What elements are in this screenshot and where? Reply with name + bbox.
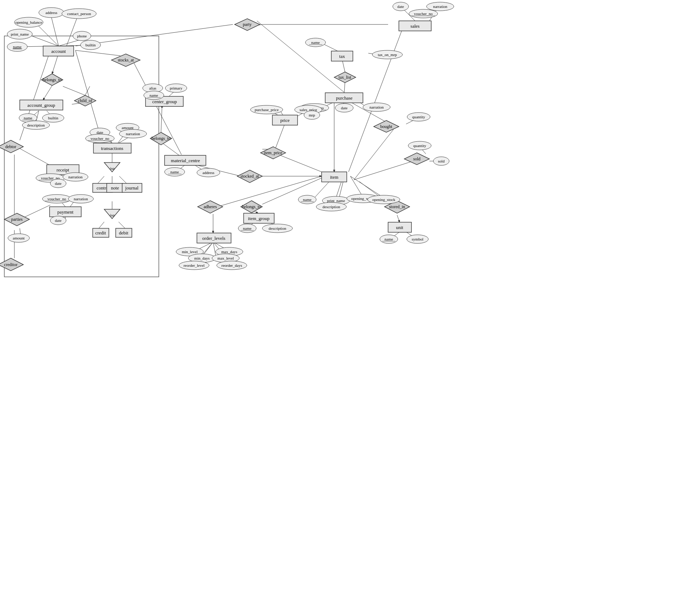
entity-center-group-label: center_group <box>152 99 177 104</box>
attr-print-name-label: print_name <box>11 32 29 36</box>
rel-stocks-at-label: stocks_at <box>118 58 134 63</box>
attr-opening-stock-label: opening_stock <box>372 197 396 202</box>
attr-narration-pur-label: narration <box>369 105 384 109</box>
entity-item-group-label: item_group <box>248 216 270 221</box>
rel-adheres-label: adheres <box>204 204 217 209</box>
entity-note-label: note <box>111 185 119 191</box>
attr-symbol-unit-label: symbol <box>412 237 423 241</box>
attr-sold-label-text: sold <box>438 159 445 163</box>
attr-voucher-sales-label: voucher_no <box>414 12 433 16</box>
attr-mrp-label: mrp <box>309 113 315 117</box>
rel-belongs-to-2-label: belongs_to <box>152 136 171 141</box>
rel-item-price-label: item_price <box>264 150 282 155</box>
entity-payment-label: payment <box>57 209 74 215</box>
entity-transactions-label: transactions <box>101 146 123 151</box>
svg-line-64 <box>278 155 322 172</box>
attr-narration-sales-label: narration <box>433 4 447 9</box>
attr-name-tax-label: name <box>311 40 320 45</box>
attr-description-ig-label: description <box>269 226 286 230</box>
rel-parties-label: parties <box>11 217 23 222</box>
rel-sold-label: sold <box>413 156 420 161</box>
rel-stocked-at-label: stocked_at <box>240 174 259 179</box>
attr-reorder-level-label: reorder_level <box>184 263 205 268</box>
rel-party-label: party <box>243 22 252 27</box>
entity-order-levels-label: order_levels <box>202 236 225 241</box>
entity-sales-label: sales <box>410 23 419 29</box>
attr-builtin-acg-label: builtin <box>48 116 59 120</box>
entity-unit-label: unit <box>396 225 404 230</box>
entity-purchase-label: purchase <box>336 95 353 101</box>
attr-narration-rec-label: narration <box>68 175 83 179</box>
attr-date-sales-label: date <box>397 4 404 9</box>
attr-address-label: address <box>46 10 57 15</box>
attr-voucher-pay-label: voucher_no <box>47 197 66 201</box>
attr-date-pay-label: date <box>55 218 61 223</box>
attr-name-account-label: name <box>13 45 22 49</box>
rel-belongs-to-1-label: belongs_to <box>43 77 62 82</box>
attr-description-item-label: description <box>323 205 340 209</box>
svg-line-86 <box>397 215 400 222</box>
entity-tax-label: tax <box>339 54 345 59</box>
svg-line-13 <box>63 86 85 95</box>
attr-narration-pay-label: narration <box>74 197 88 201</box>
svg-line-1 <box>66 17 77 46</box>
rel-bought-label: bought <box>380 124 392 129</box>
attr-contact-person-label: contact_person <box>67 12 91 16</box>
attr-voucher-tr-label: voucher_no <box>91 136 109 141</box>
attr-quantity-sold-label: quantity <box>413 143 427 148</box>
attr-max-days-label: max_days <box>221 250 238 254</box>
rel-stored-in-label: stored_in <box>389 204 405 209</box>
entity-material-centre-label: material_centre <box>171 158 200 163</box>
svg-line-38 <box>99 222 104 228</box>
attr-address-mc-label: address <box>203 170 215 175</box>
attr-description-acg-label: description <box>27 123 45 127</box>
attr-date-rec-label: date <box>55 181 61 186</box>
isa-label-1: isa <box>110 166 115 170</box>
svg-line-50 <box>344 82 345 92</box>
attr-purchase-price-label: purchase_price <box>255 108 279 112</box>
svg-line-5 <box>59 40 81 46</box>
attr-reorder-days-label: reorder_days <box>221 263 242 268</box>
rel-child-of-label: child_of <box>78 98 92 103</box>
attr-narration-tr-label: narration <box>126 132 140 136</box>
svg-line-70 <box>350 176 363 197</box>
attr-min-level-label: min_level <box>182 250 198 254</box>
attr-name-mc-label: name <box>170 170 179 174</box>
svg-line-81 <box>213 242 216 255</box>
attr-name-ig-label: name <box>243 226 252 230</box>
rel-debtor-label: debtor <box>5 144 17 149</box>
svg-line-34 <box>98 176 104 183</box>
attr-builtin-account-label: builtin <box>86 43 96 47</box>
rel-tax-list-label: tax_list <box>339 75 351 80</box>
attr-phone-label: phone <box>77 34 87 38</box>
entity-receipt-label: receipt <box>56 167 69 173</box>
entity-price-label: price <box>280 118 290 123</box>
attr-print-name-item-label: print_name <box>327 198 345 203</box>
entity-credit-label: credit <box>95 230 106 236</box>
er-diagram: account account_group transactions recei… <box>0 0 700 594</box>
attr-max-level-label: max_level <box>217 256 234 260</box>
svg-line-18 <box>20 148 50 165</box>
attr-primary-cg-label: primary <box>170 86 183 90</box>
attr-name-item-label: name <box>303 197 312 202</box>
attr-quantity-bought-label: quantity <box>412 115 425 119</box>
attr-tax-on-mrp-label: tax_on_mrp <box>378 52 397 57</box>
attr-min-days-label: min_days <box>194 256 210 260</box>
rel-creditor-label: creditor <box>4 262 17 267</box>
svg-line-45 <box>161 142 180 156</box>
svg-line-8 <box>43 86 52 100</box>
rel-belongs-to-3-label: belongs_to <box>242 204 261 209</box>
svg-line-14 <box>85 86 90 95</box>
attr-alias-label: alias <box>149 86 156 90</box>
attr-name-acg-label: name <box>24 116 32 120</box>
entity-item-label: item <box>330 174 338 180</box>
svg-line-90 <box>354 129 393 180</box>
svg-line-2 <box>38 25 59 46</box>
svg-line-36 <box>119 176 126 183</box>
svg-line-0 <box>51 17 59 46</box>
attr-opening-balance-label: opening_balance <box>15 20 42 24</box>
entity-account-label: account <box>51 49 66 54</box>
svg-line-15 <box>75 50 120 56</box>
attr-date-tr-label: date <box>97 130 103 134</box>
attr-amount-tr-label: amount <box>122 125 134 130</box>
